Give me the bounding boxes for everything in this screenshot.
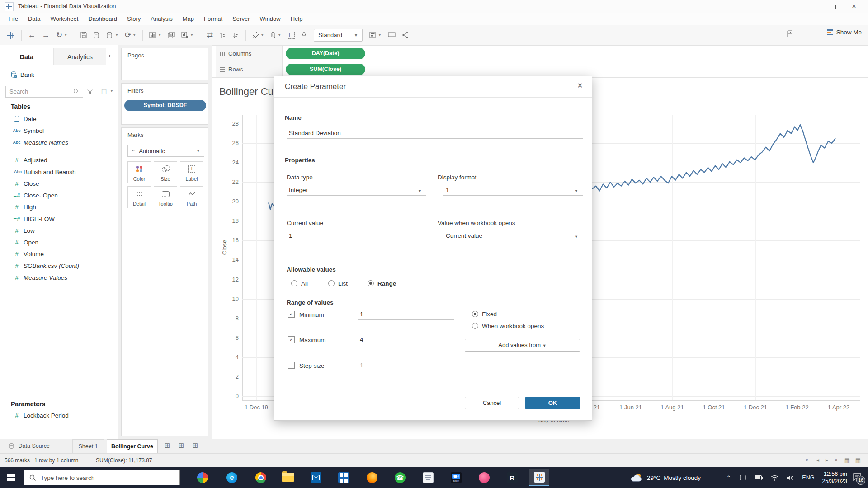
marks-card[interactable]: Marks ~ Automatic ▼ Color Size T: [121, 127, 208, 436]
clock[interactable]: 12:56 pm 25/3/2023: [822, 470, 847, 485]
weather-widget[interactable]: 29°C Mostly cloudy: [630, 467, 701, 488]
grid-view-icon[interactable]: ▦: [844, 457, 850, 464]
filters-card[interactable]: Filters Symbol: DBSDF: [121, 83, 208, 125]
refresh-datasource-icon[interactable]: ▼: [107, 32, 118, 39]
field-sgbank-csv-count-[interactable]: #SGBank.csv (Count): [0, 260, 118, 272]
collapse-pane-icon[interactable]: ‹: [108, 52, 111, 59]
maximum-checkbox[interactable]: ✓: [288, 336, 295, 343]
columns-pill-day-date[interactable]: DAY(Date): [286, 48, 365, 59]
radio-list[interactable]: [328, 280, 335, 286]
run-update-icon[interactable]: ⟳▼: [125, 30, 136, 40]
tableau-taskbar-icon[interactable]: [529, 469, 549, 486]
taskbar-search-input[interactable]: Type here to search: [24, 470, 180, 485]
workbook-open-dropdown[interactable]: Current value: [443, 232, 583, 241]
menu-story[interactable]: Story: [122, 13, 146, 25]
name-input[interactable]: Standard Deviation: [287, 130, 583, 139]
field-adjusted[interactable]: #Adjusted: [0, 154, 118, 166]
minimize-button[interactable]: [798, 0, 819, 13]
menu-format[interactable]: Format: [199, 13, 227, 25]
field-open[interactable]: #Open: [0, 236, 118, 248]
presentation-mode-icon[interactable]: [388, 32, 396, 38]
tab-data[interactable]: Data: [0, 48, 53, 65]
sort-descending-icon[interactable]: [232, 32, 239, 38]
step-size-checkbox[interactable]: [288, 362, 295, 369]
tab-bollinger-curve[interactable]: Bollinger Curve: [107, 439, 158, 453]
cancel-button[interactable]: Cancel: [465, 397, 519, 409]
display-format-dropdown[interactable]: 1: [443, 187, 583, 196]
datasource-item[interactable]: Bank: [11, 69, 34, 80]
flag-icon[interactable]: [786, 30, 793, 37]
label-button[interactable]: T Label: [180, 161, 203, 183]
field-close-open[interactable]: =#Close- Open: [0, 189, 118, 201]
menu-window[interactable]: Window: [255, 13, 285, 25]
menu-worksheet[interactable]: Worksheet: [45, 13, 83, 25]
pin-icon[interactable]: [301, 32, 307, 38]
menu-map[interactable]: Map: [178, 13, 199, 25]
office-app-icon[interactable]: [334, 469, 354, 486]
pages-card[interactable]: Pages: [121, 48, 208, 80]
search-input[interactable]: Search: [5, 86, 83, 98]
tab-analytics[interactable]: Analytics: [53, 48, 106, 65]
new-dashboard-tab-icon[interactable]: ⊞: [176, 441, 187, 451]
view-options-icon[interactable]: ▤: [101, 88, 107, 94]
show-me-button[interactable]: Show Me: [827, 29, 862, 36]
rstudio-icon[interactable]: R: [502, 469, 522, 486]
step-size-input[interactable]: 1: [358, 362, 454, 371]
field-high[interactable]: #High: [0, 201, 118, 213]
field-symbol[interactable]: AbcSymbol: [0, 125, 118, 136]
radio-all[interactable]: [291, 280, 297, 286]
redo-icon[interactable]: →: [42, 31, 50, 40]
outlook-icon[interactable]: [306, 469, 326, 486]
dialog-close-icon[interactable]: ✕: [576, 81, 585, 90]
zoom-icon[interactable]: zoom: [446, 469, 466, 486]
current-value-input[interactable]: 1: [287, 232, 426, 241]
notes-app-icon[interactable]: [418, 469, 438, 486]
save-icon[interactable]: [80, 32, 87, 38]
colorful-app-icon[interactable]: [193, 469, 212, 486]
field-measure-names[interactable]: AbcMeasure Names: [0, 136, 118, 148]
path-button[interactable]: Path: [180, 186, 203, 208]
menu-server[interactable]: Server: [227, 13, 255, 25]
ok-button[interactable]: OK: [525, 397, 580, 409]
radio-when-workbook-opens[interactable]: [472, 323, 478, 329]
show-labels-icon[interactable]: ▼: [369, 32, 382, 38]
volume-icon[interactable]: [787, 475, 794, 481]
filter-fields-icon[interactable]: [87, 88, 93, 96]
highlight-icon[interactable]: ▼: [252, 32, 264, 38]
field-date[interactable]: Date: [0, 113, 118, 125]
size-button[interactable]: Size: [154, 161, 177, 183]
undo-icon[interactable]: ←: [28, 31, 36, 40]
paperclip-icon[interactable]: ▼: [270, 32, 281, 38]
new-story-tab-icon[interactable]: ⊞: [190, 441, 201, 451]
chrome-icon[interactable]: [251, 469, 271, 486]
tab-sheet-1[interactable]: Sheet 1: [72, 439, 104, 453]
new-datasource-icon[interactable]: [94, 32, 100, 39]
wifi-icon[interactable]: [771, 475, 778, 481]
menu-dashboard[interactable]: Dashboard: [83, 13, 122, 25]
whatsapp-icon[interactable]: ☎: [390, 469, 410, 486]
menu-data[interactable]: Data: [23, 13, 45, 25]
new-worksheet-tab-icon[interactable]: ⊞: [162, 441, 173, 451]
replay-icon[interactable]: ↻▼: [56, 30, 67, 40]
field-volume[interactable]: #Volume: [0, 248, 118, 260]
tab-data-source[interactable]: Data Source: [0, 439, 59, 453]
menu-file[interactable]: File: [4, 13, 23, 25]
edge-icon[interactable]: e: [222, 469, 242, 486]
add-values-from-button[interactable]: Add values from ▼: [465, 339, 580, 352]
last-page-icon[interactable]: ⇥: [833, 457, 837, 463]
firefox-icon[interactable]: [362, 469, 382, 486]
columns-shelf[interactable]: Columns DAY(Date): [212, 45, 868, 61]
tableau-home-icon[interactable]: [7, 31, 15, 39]
field-lockback-period[interactable]: #Lockback Period: [0, 409, 118, 421]
swap-axes-icon[interactable]: ⇄: [207, 30, 213, 40]
close-button[interactable]: ×: [844, 0, 864, 13]
tray-chevron-icon[interactable]: ⌃: [726, 474, 731, 481]
field-close[interactable]: #Close: [0, 178, 118, 189]
film-view-icon[interactable]: ▦: [855, 457, 861, 464]
notification-center-icon[interactable]: 16: [853, 473, 862, 483]
radio-range[interactable]: [368, 280, 374, 286]
rows-pill-sum-close[interactable]: SUM(Close): [286, 64, 365, 75]
radio-fixed[interactable]: [472, 311, 478, 317]
tablet-mode-icon[interactable]: [739, 474, 746, 481]
data-type-dropdown[interactable]: Integer: [287, 187, 426, 196]
